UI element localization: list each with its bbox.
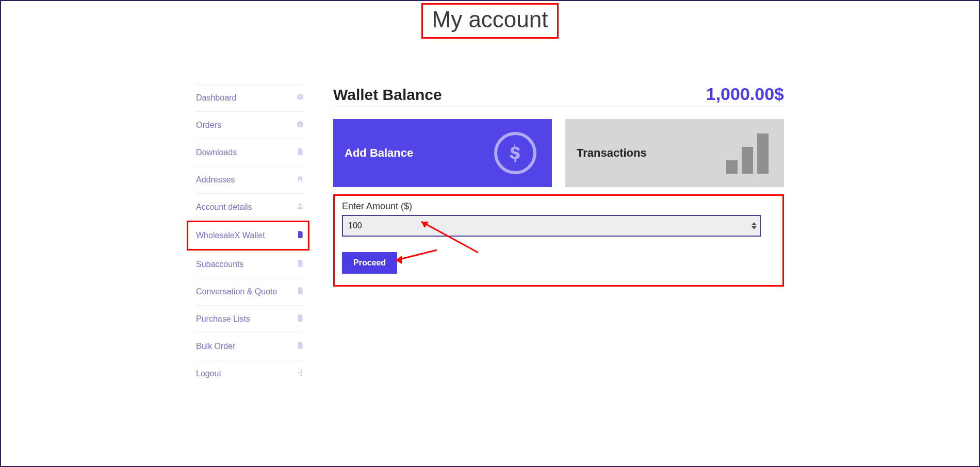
add-balance-form: Enter Amount ($) Proceed (333, 194, 784, 287)
sidebar-item-label: Orders (196, 121, 296, 130)
sidebar-item-label: WholesaleX Wallet (196, 231, 296, 240)
bar-chart-icon (726, 132, 769, 174)
sidebar-item-account-details[interactable]: Account details (196, 193, 304, 221)
number-stepper[interactable] (752, 222, 757, 229)
sidebar-item-label: Downloads (196, 148, 296, 157)
sidebar-item-bulk-order[interactable]: Bulk Order (196, 332, 304, 360)
step-down-icon[interactable] (752, 226, 757, 229)
sidebar-item-dashboard[interactable]: Dashboard (196, 84, 304, 111)
tab-transactions[interactable]: Transactions (565, 119, 784, 187)
amount-input[interactable] (342, 215, 761, 237)
sidebar-item-orders[interactable]: Orders (196, 111, 304, 139)
amount-label: Enter Amount ($) (342, 201, 775, 212)
sidebar-item-logout[interactable]: Logout (196, 360, 304, 387)
sidebar-item-label: Logout (196, 369, 296, 378)
tab-label: Transactions (577, 146, 647, 160)
home-icon (296, 175, 304, 185)
sidebar-item-label: Subaccounts (196, 260, 296, 269)
sidebar-item-downloads[interactable]: Downloads (196, 139, 304, 166)
page-title: My account (421, 3, 559, 39)
document-icon (296, 287, 304, 297)
dollar-circle-icon (494, 132, 536, 174)
tab-label: Add Balance (345, 146, 413, 160)
balance-amount: 1,000.00$ (706, 84, 784, 104)
balance-title: Wallet Balance (333, 86, 442, 104)
document-icon (296, 259, 304, 270)
sidebar-item-label: Account details (196, 203, 296, 212)
sidebar-item-label: Bulk Order (196, 342, 296, 351)
sidebar-item-label: Dashboard (196, 93, 296, 103)
proceed-button[interactable]: Proceed (342, 252, 397, 274)
user-icon (296, 202, 304, 212)
file-icon (296, 147, 304, 158)
wallet-tabs: Add Balance Transactions (333, 119, 784, 187)
account-sidebar: Dashboard Orders Downloads Addresses Acc (196, 84, 304, 387)
sidebar-item-subaccounts[interactable]: Subaccounts (196, 251, 304, 278)
document-icon (296, 341, 304, 352)
gauge-icon (296, 93, 304, 103)
sidebar-item-label: Addresses (196, 175, 296, 185)
balance-header: Wallet Balance 1,000.00$ (333, 84, 784, 107)
sidebar-item-conversation-quote[interactable]: Conversation & Quote (196, 278, 304, 305)
logout-icon (296, 369, 304, 379)
sidebar-item-label: Conversation & Quote (196, 287, 296, 296)
wallet-panel: Wallet Balance 1,000.00$ Add Balance Tra… (333, 84, 784, 387)
sidebar-item-addresses[interactable]: Addresses (196, 166, 304, 193)
sidebar-item-label: Purchase Lists (196, 314, 296, 324)
document-icon (296, 314, 304, 324)
sidebar-item-purchase-lists[interactable]: Purchase Lists (196, 305, 304, 332)
step-up-icon[interactable] (752, 222, 757, 225)
annotation-arrow-icon (390, 247, 442, 268)
svg-line-2 (396, 250, 437, 260)
basket-icon (296, 120, 304, 130)
tab-add-balance[interactable]: Add Balance (333, 119, 552, 187)
sidebar-item-wholesalex-wallet[interactable]: WholesaleX Wallet (187, 221, 309, 251)
document-icon (296, 230, 304, 241)
